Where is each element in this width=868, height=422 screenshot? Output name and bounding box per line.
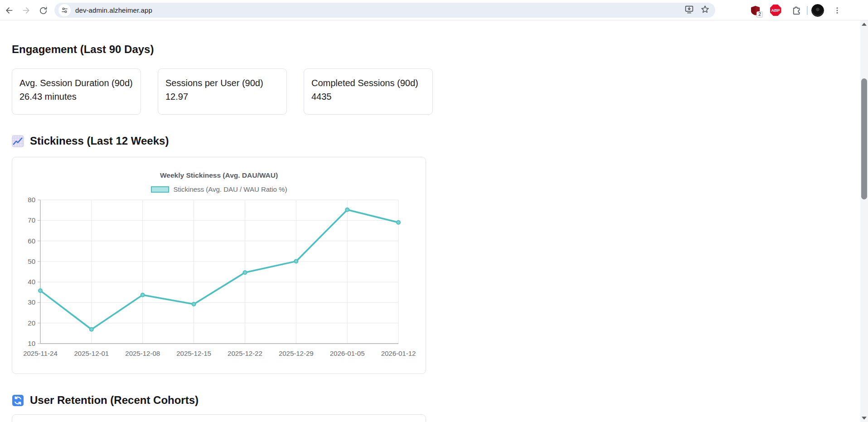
retention-table-card	[12, 414, 426, 422]
adblock-plus-icon[interactable]: ABP	[769, 4, 782, 17]
scrollbar-thumb[interactable]	[861, 78, 867, 199]
metric-card-sessions-per-user: Sessions per User (90d) 12.97	[158, 68, 287, 115]
svg-text:30: 30	[28, 298, 35, 306]
scroll-up-icon[interactable]	[860, 20, 868, 28]
svg-text:40: 40	[28, 278, 35, 286]
svg-text:50: 50	[28, 257, 35, 265]
svg-text:2025-12-22: 2025-12-22	[228, 349, 262, 357]
svg-text:2025-12-08: 2025-12-08	[125, 349, 160, 357]
bookmark-star-icon[interactable]	[700, 5, 710, 16]
stickiness-heading: Stickiness (Last 12 Weeks)	[12, 135, 860, 147]
forward-icon	[19, 4, 33, 17]
svg-text:2025-11-24: 2025-11-24	[23, 349, 58, 357]
url-text[interactable]: dev-admin.alzheimer.app	[75, 6, 152, 14]
ublock-shield-icon[interactable]: 2	[748, 4, 762, 17]
metric-value: 26.43 minutes	[19, 92, 133, 102]
toolbar-separator	[807, 6, 808, 15]
metric-value: 4435	[311, 92, 425, 102]
metric-cards-row: Avg. Session Duration (90d) 26.43 minute…	[12, 68, 860, 115]
svg-text:20: 20	[28, 319, 35, 327]
install-app-icon[interactable]	[684, 5, 694, 16]
vertical-scrollbar[interactable]	[860, 20, 868, 422]
profile-avatar[interactable]	[811, 4, 824, 17]
retention-heading: User Retention (Recent Cohorts)	[12, 394, 860, 407]
svg-text:10: 10	[28, 340, 35, 347]
counterclockwise-arrows-icon	[12, 394, 24, 407]
metric-card-completed-sessions: Completed Sessions (90d) 4435	[304, 68, 433, 115]
menu-kebab-icon[interactable]	[830, 4, 844, 17]
site-settings-icon[interactable]	[58, 4, 71, 16]
scroll-down-icon[interactable]	[860, 414, 868, 422]
abp-label: ABP	[771, 8, 780, 13]
metric-label: Sessions per User (90d)	[165, 78, 279, 88]
page-content: Engagement (Last 90 Days) Avg. Session D…	[0, 20, 860, 422]
chart-legend[interactable]: Stickiness (Avg. DAU / WAU Ratio %)	[12, 185, 426, 193]
chart-increasing-icon	[12, 135, 24, 147]
engagement-heading: Engagement (Last 90 Days)	[12, 20, 860, 56]
svg-text:80: 80	[28, 196, 35, 204]
browser-toolbar: dev-admin.alzheimer.app 2 ABP	[0, 0, 868, 20]
svg-text:60: 60	[28, 237, 35, 245]
reload-icon[interactable]	[36, 4, 50, 17]
stickiness-chart-card: Weekly Stickiness (Avg. DAU/WAU) Stickin…	[12, 157, 426, 374]
chart-title: Weekly Stickiness (Avg. DAU/WAU)	[12, 171, 426, 179]
metric-label: Avg. Session Duration (90d)	[19, 78, 133, 88]
svg-text:2025-12-01: 2025-12-01	[74, 349, 109, 357]
metric-label: Completed Sessions (90d)	[311, 78, 425, 88]
address-bar[interactable]: dev-admin.alzheimer.app	[54, 3, 715, 18]
stickiness-line-chart: 10203040506070802025-11-242025-12-012025…	[12, 193, 427, 369]
extensions-puzzle-icon[interactable]	[790, 4, 803, 17]
metric-value: 12.97	[165, 92, 279, 102]
svg-text:2025-12-29: 2025-12-29	[279, 349, 314, 357]
svg-text:2025-12-15: 2025-12-15	[176, 349, 211, 357]
metric-card-session-duration: Avg. Session Duration (90d) 26.43 minute…	[12, 68, 141, 115]
svg-text:70: 70	[28, 216, 35, 224]
back-icon[interactable]	[2, 4, 16, 17]
svg-text:2026-01-12: 2026-01-12	[381, 349, 416, 357]
legend-label: Stickiness (Avg. DAU / WAU Ratio %)	[174, 185, 287, 193]
svg-text:2026-01-05: 2026-01-05	[330, 349, 365, 357]
extension-badge: 2	[756, 11, 763, 18]
legend-swatch	[151, 186, 169, 193]
